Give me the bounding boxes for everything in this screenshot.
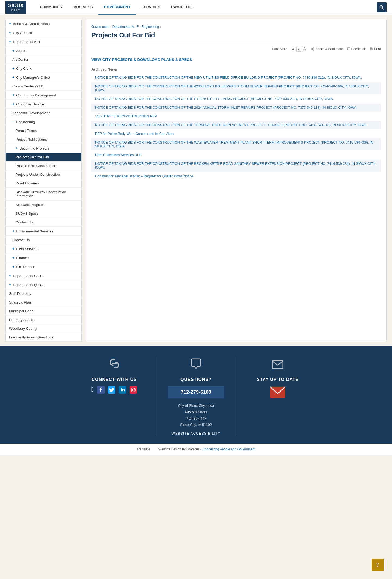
bid-link-5[interactable]: NOTICE OF TAKING BIDS FOR THE CONSTRUCTI…	[95, 123, 367, 127]
breadcrumb-engineering[interactable]: Engineering	[142, 25, 159, 29]
sidebar-item-airport[interactable]: + Airport	[6, 46, 81, 55]
twitter-x-icon[interactable]	[108, 386, 115, 395]
sidebar-item-contact-us[interactable]: Contact Us	[6, 236, 81, 244]
breadcrumb-government[interactable]: Government	[91, 25, 109, 29]
sidebar-item-project-notifications[interactable]: Project Notifications	[6, 135, 81, 144]
sidebar-item-sudas-specs[interactable]: SUDAS Specs	[6, 209, 81, 218]
sidebar-item-woodbury-county[interactable]: Woodbury County	[6, 324, 81, 333]
sidebar-item-staff-directory[interactable]: Staff Directory	[6, 289, 81, 298]
bid-link-7[interactable]: NOTICE OF TAKING BIDS FOR THE CONSTRUCTI…	[95, 141, 373, 148]
sidebar-label: Woodbury County	[9, 326, 37, 331]
sidebar-label: Municipal Code	[9, 309, 33, 313]
svg-line-1	[382, 8, 384, 10]
sidebar-item-departments-af[interactable]: − Departments A - F	[6, 37, 81, 46]
bid-item-2[interactable]: NOTICE OF TAKING BIDS FOR THE CONSTRUCTI…	[91, 95, 381, 103]
sidebar-item-sidewalk-driveway[interactable]: Sidewalk/Driveway Construction Informati…	[6, 188, 81, 201]
feedback-button[interactable]: Feedback	[347, 47, 366, 51]
nav-government[interactable]: GOVERNMENT	[98, 0, 136, 15]
sidebar-item-finance[interactable]: + Finance	[6, 253, 81, 262]
sidebar-label: Departments Q to Z	[13, 283, 44, 287]
sidebar-item-community-dev[interactable]: + Community Development	[6, 91, 81, 100]
instagram-icon[interactable]	[130, 386, 137, 395]
nav-community[interactable]: COMMUNITY	[34, 0, 68, 15]
share-bookmark[interactable]: Share & Bookmark	[311, 47, 343, 51]
bid-link-1[interactable]: NOTICE OF TAKING BIDS FOR THE CONSTRUCTI…	[95, 84, 369, 92]
bid-item-10[interactable]: Construction Manager at Risk – Request f…	[91, 172, 381, 180]
translate-link[interactable]: Translate	[137, 447, 150, 451]
font-size-label: Font Size:	[272, 47, 287, 51]
font-size-medium[interactable]: A	[296, 47, 301, 52]
sidebar-item-fire-rescue[interactable]: + Fire Rescue	[6, 262, 81, 271]
breadcrumb-departments[interactable]: Departments A - F	[112, 25, 139, 29]
sidebar-item-road-closures[interactable]: Road Closures	[6, 179, 81, 188]
expand-icon: +	[12, 75, 14, 80]
bid-item-8[interactable]: Debt Collections Services RFP	[91, 151, 381, 159]
sidebar-item-contact-engineering[interactable]: Contact Us	[6, 218, 81, 227]
bid-link-4[interactable]: 11th STREET RECONSTRUCTION RFP	[95, 114, 157, 118]
sidebar-item-economic-dev[interactable]: Economic Development	[6, 109, 81, 117]
bid-link-0[interactable]: NOTICE OF TAKING BIDS FOR THE CONSTRUCTI…	[95, 76, 362, 80]
sidebar-item-engineering[interactable]: − Engineering	[6, 117, 81, 126]
print-label: Print	[374, 47, 381, 51]
phone-number[interactable]: 712-279-6109	[168, 386, 224, 398]
email-icon[interactable]	[243, 386, 313, 401]
bid-item-6[interactable]: RFP for Police Body Worn Camera and In-C…	[91, 130, 381, 138]
granicus-link[interactable]: - Connecting People and Government	[200, 447, 255, 451]
footer-connect: CONNECT WITH US 	[74, 357, 155, 435]
accessibility-link[interactable]: WEBSITE ACCESSIBILITY	[161, 431, 231, 435]
view-projects-link[interactable]: VIEW CITY PROJECTS & DOWNLOAD PLANS & SP…	[91, 56, 381, 63]
nav-services[interactable]: SERVICES	[136, 0, 166, 15]
bid-item-4[interactable]: 11th STREET RECONSTRUCTION RFP	[91, 112, 381, 120]
twitter-icon[interactable]	[97, 386, 105, 395]
font-size-small[interactable]: A	[291, 47, 295, 51]
sidebar-item-upcoming-projects[interactable]: + Upcoming Projects	[6, 144, 81, 153]
sidebar-item-departments-qz[interactable]: + Departments Q to Z	[6, 280, 81, 289]
bid-link-2[interactable]: NOTICE OF TAKING BIDS FOR THE CONSTRUCTI…	[95, 97, 334, 101]
sidebar-item-departments-gp[interactable]: + Departments G - P	[6, 271, 81, 280]
search-icon[interactable]	[377, 2, 387, 12]
bid-item-3[interactable]: NOTICE OF TAKING BIDS FOR THE CONSTRUCTI…	[91, 104, 381, 112]
bid-item-5[interactable]: NOTICE OF TAKING BIDS FOR THE CONSTRUCTI…	[91, 121, 381, 129]
bid-item-9[interactable]: NOTICE OF TAKING BIDS FOR THE CONSTRUCTI…	[91, 160, 381, 172]
sidebar-label: Field Services	[16, 247, 38, 251]
sidebar-label: Sidewalk/Driveway Construction Informati…	[16, 190, 78, 198]
sidebar-item-property-search[interactable]: Property Search	[6, 316, 81, 324]
sidebar-item-environmental[interactable]: + Environmental Services	[6, 227, 81, 236]
sidebar-item-city-manager[interactable]: + City Manager's Office	[6, 73, 81, 82]
sidebar-item-comm-center[interactable]: Comm Center (911)	[6, 82, 81, 91]
sidebar-item-art-center[interactable]: Art Center	[6, 55, 81, 64]
linkedin-icon[interactable]	[119, 386, 126, 395]
sidebar-item-boards[interactable]: + Boards & Commissions	[6, 19, 81, 28]
sidebar-item-strategic-plan[interactable]: Strategic Plan	[6, 298, 81, 307]
bid-item-0[interactable]: NOTICE OF TAKING BIDS FOR THE CONSTRUCTI…	[91, 74, 381, 82]
logo[interactable]: SIOUX CITY	[5, 1, 26, 14]
sidebar-item-field-services[interactable]: + Field Services	[6, 244, 81, 253]
facebook-icon[interactable]: 	[91, 386, 94, 395]
sidebar-label: Project Notifications	[16, 137, 47, 141]
sidebar-label: Permit Forms	[16, 129, 37, 133]
sidebar-item-municipal-code[interactable]: Municipal Code	[6, 307, 81, 316]
sidebar-item-projects-out-bid[interactable]: Projects Out for Bid	[6, 153, 81, 162]
sidebar-item-customer-service[interactable]: + Customer Service	[6, 100, 81, 109]
bid-item-1[interactable]: NOTICE OF TAKING BIDS FOR THE CONSTRUCTI…	[91, 82, 381, 94]
social-icons: 	[79, 386, 149, 395]
sidebar-item-post-bid[interactable]: Post Bid/Pre-Construction	[6, 162, 81, 170]
nav-i-want-to[interactable]: I WANT TO...	[166, 0, 200, 15]
print-button[interactable]: Print	[370, 47, 381, 51]
sidebar-item-faq[interactable]: Frequently Asked Questions	[6, 333, 81, 342]
sidebar-item-city-clerk[interactable]: + City Clerk	[6, 64, 81, 73]
bid-link-3[interactable]: NOTICE OF TAKING BIDS FOR THE CONSTRUCTI…	[95, 106, 357, 110]
sidebar-item-city-council[interactable]: + City Council	[6, 28, 81, 37]
sidebar-item-permit-forms[interactable]: Permit Forms	[6, 126, 81, 135]
bid-link-6[interactable]: RFP for Police Body Worn Camera and In-C…	[95, 132, 174, 136]
bid-link-10[interactable]: Construction Manager at Risk – Request f…	[95, 174, 193, 178]
bid-link-9[interactable]: NOTICE OF TAKING BIDS FOR THE CONSTRUCTI…	[95, 162, 376, 169]
font-size-large[interactable]: A	[302, 46, 307, 52]
sidebar-item-projects-under-construction[interactable]: Projects Under Construction	[6, 170, 81, 179]
sidebar-item-sidewalk-program[interactable]: Sidewalk Program	[6, 201, 81, 209]
site-header: SIOUX CITY COMMUNITY BUSINESS GOVERNMENT…	[0, 0, 392, 15]
archived-news-label: Archived News	[91, 67, 381, 71]
bid-link-8[interactable]: Debt Collections Services RFP	[95, 153, 142, 157]
bid-item-7[interactable]: NOTICE OF TAKING BIDS FOR THE CONSTRUCTI…	[91, 138, 381, 150]
nav-business[interactable]: BUSINESS	[68, 0, 98, 15]
